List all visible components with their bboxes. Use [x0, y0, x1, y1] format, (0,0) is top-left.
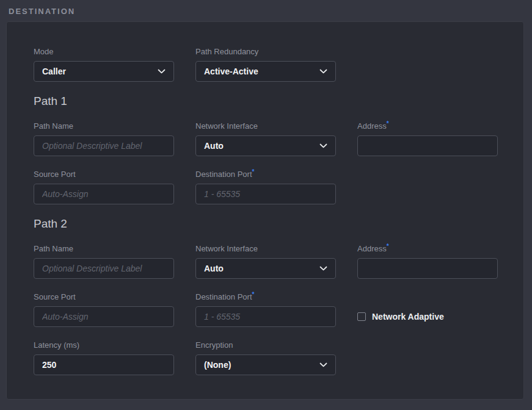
path1-network-interface-label: Network Interface — [195, 121, 336, 131]
encryption-select[interactable]: (None) — [195, 354, 336, 375]
path1-path-name-field: Path Name — [34, 121, 174, 156]
path2-heading: Path 2 — [34, 218, 497, 230]
path1-path-name-label: Path Name — [34, 121, 174, 131]
path2-path-name-label: Path Name — [34, 244, 174, 253]
path2-address-label: Address — [357, 244, 387, 253]
path2-path-name-input[interactable] — [34, 258, 174, 279]
path-redundancy-select-value: Active-Active — [204, 67, 258, 76]
path2-source-port-input[interactable] — [34, 306, 174, 327]
path-redundancy-label: Path Redundancy — [195, 47, 336, 56]
path2-destination-port-input[interactable] — [195, 306, 336, 327]
path1-destination-port-input[interactable] — [195, 184, 336, 204]
path1-source-port-field: Source Port — [34, 170, 174, 204]
required-asterisk: * — [387, 243, 389, 250]
path1-address-input[interactable] — [357, 135, 498, 156]
path-redundancy-select[interactable]: Active-Active — [195, 61, 336, 82]
path2-network-interface-select[interactable]: Auto — [195, 258, 336, 279]
latency-input[interactable] — [34, 354, 174, 375]
encryption-field: Encryption (None) — [195, 340, 336, 375]
latency-label: Latency (ms) — [34, 340, 174, 350]
mode-label: Mode — [34, 47, 174, 56]
path2-network-interface-label: Network Interface — [195, 244, 336, 253]
required-asterisk: * — [252, 291, 255, 298]
path1-source-port-input[interactable] — [34, 184, 174, 204]
path1-address-field: Address* — [357, 121, 498, 156]
path2-destination-port-label: Destination Port — [195, 292, 252, 301]
path2-address-field: Address* — [357, 244, 498, 279]
path2-path-name-field: Path Name — [34, 244, 174, 279]
mode-field: Mode Caller — [34, 47, 174, 82]
chevron-down-icon — [158, 69, 166, 74]
chevron-down-icon — [319, 69, 327, 74]
chevron-down-icon — [319, 362, 327, 367]
path1-destination-port-field: Destination Port* — [195, 170, 336, 204]
encryption-label: Encryption — [195, 340, 336, 350]
path-redundancy-field: Path Redundancy Active-Active — [195, 47, 336, 82]
path1-network-interface-field: Network Interface Auto — [195, 121, 336, 156]
path1-destination-port-label: Destination Port — [195, 170, 252, 179]
path1-network-interface-select[interactable]: Auto — [195, 135, 336, 156]
chevron-down-icon — [319, 143, 327, 148]
latency-field: Latency (ms) — [34, 340, 174, 375]
destination-section: DESTINATION Mode Caller Path Redundancy … — [0, 0, 532, 400]
chevron-down-icon — [319, 266, 327, 271]
mode-select-value: Caller — [42, 67, 66, 76]
network-adaptive-label: Network Adaptive — [372, 312, 444, 322]
encryption-select-value: (None) — [204, 360, 231, 370]
path2-network-interface-select-value: Auto — [204, 264, 224, 273]
path2-source-port-label: Source Port — [34, 292, 174, 301]
network-adaptive-checkbox[interactable] — [357, 312, 366, 321]
path2-destination-port-field: Destination Port* — [195, 292, 336, 327]
mode-select[interactable]: Caller — [34, 61, 174, 82]
path1-network-interface-select-value: Auto — [204, 141, 224, 151]
path1-address-label: Address — [357, 121, 387, 131]
required-asterisk: * — [252, 168, 255, 175]
required-asterisk: * — [387, 120, 389, 127]
network-adaptive-field: Network Adaptive — [357, 306, 498, 327]
path1-path-name-input[interactable] — [34, 135, 174, 156]
path2-address-input[interactable] — [357, 258, 498, 279]
section-title: DESTINATION — [6, 7, 526, 16]
destination-panel: Mode Caller Path Redundancy Active-Activ… — [6, 21, 524, 400]
path1-heading: Path 1 — [34, 95, 497, 107]
path1-source-port-label: Source Port — [34, 170, 174, 179]
path2-source-port-field: Source Port — [34, 292, 174, 327]
path2-network-interface-field: Network Interface Auto — [195, 244, 336, 279]
